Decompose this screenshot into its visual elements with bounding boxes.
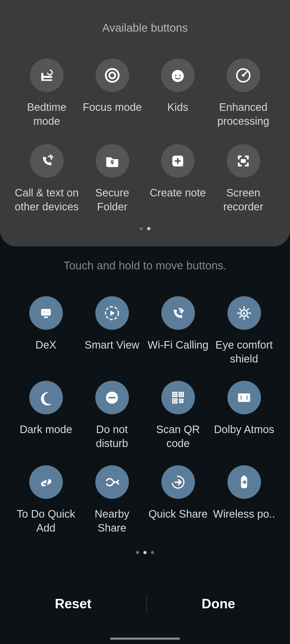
- hint-text: Touch and hold to move buttons.: [0, 259, 290, 272]
- smart-view-icon: [95, 296, 129, 330]
- dolby-icon: [227, 381, 261, 414]
- focus-icon: [96, 58, 129, 92]
- nav-handle[interactable]: [110, 638, 180, 640]
- tile-label: Screen recorder: [211, 186, 276, 214]
- svg-rect-2: [41, 79, 52, 80]
- tile-label: Quick Share: [148, 507, 208, 521]
- available-title: Available buttons: [9, 21, 281, 34]
- call-sync-icon: [30, 144, 64, 178]
- tile-label: Call & text on other devices: [15, 186, 79, 214]
- nearby-share-icon: [95, 465, 129, 499]
- svg-rect-43: [182, 401, 183, 403]
- svg-rect-41: [182, 399, 183, 401]
- svg-rect-44: [238, 393, 250, 402]
- svg-rect-38: [180, 393, 182, 395]
- tile-label: Smart View: [85, 338, 139, 352]
- tile-label: Scan QR code: [146, 422, 210, 450]
- eye-comfort-icon: A: [227, 296, 261, 330]
- svg-rect-33: [108, 397, 115, 398]
- tile-label: Wi-Fi Calling: [148, 338, 209, 352]
- tile-label: Focus mode: [83, 100, 142, 114]
- svg-point-4: [109, 72, 115, 78]
- tile-create-note[interactable]: Create note: [145, 144, 211, 214]
- tile-enhanced-processing[interactable]: Enhanced processing: [211, 58, 276, 128]
- svg-marker-21: [111, 311, 115, 316]
- tile-focus-mode[interactable]: Focus mode: [79, 58, 145, 128]
- svg-text:A: A: [243, 311, 245, 315]
- tile-call-text-other-devices[interactable]: Call & text on other devices: [14, 144, 79, 214]
- tile-dark-mode[interactable]: Dark mode: [13, 381, 79, 450]
- available-buttons-panel: Available buttons Bedtime mode Focus mod…: [0, 0, 290, 246]
- screen-recorder-icon: [227, 144, 260, 178]
- svg-rect-18: [44, 317, 48, 318]
- svg-rect-42: [179, 401, 181, 403]
- tile-screen-recorder[interactable]: Screen recorder: [211, 144, 276, 214]
- tile-wifi-calling[interactable]: Wi-Fi Calling: [145, 296, 211, 366]
- svg-line-29: [247, 316, 248, 317]
- dnd-icon: [95, 381, 129, 414]
- available-page-dots: [9, 227, 281, 230]
- tile-kids[interactable]: Kids: [145, 58, 211, 128]
- main-grid: DeX DeX Smart View Wi-Fi Calling A Eye c…: [0, 296, 290, 535]
- svg-line-30: [247, 309, 248, 310]
- divider: [146, 596, 147, 612]
- gauge-icon: [227, 58, 260, 92]
- svg-rect-40: [179, 399, 181, 401]
- tile-label: Nearby Share: [80, 507, 144, 535]
- page-dot-active[interactable]: [147, 227, 150, 230]
- kids-icon: [161, 58, 195, 92]
- done-button[interactable]: Done: [202, 596, 235, 612]
- wifi-calling-icon: [161, 296, 195, 330]
- tile-label: Dolby Atmos: [214, 422, 274, 436]
- page-dot[interactable]: [136, 551, 139, 554]
- main-page-dots: [0, 551, 290, 554]
- tile-label: Bedtime mode: [15, 100, 79, 128]
- tile-label: Dark mode: [20, 422, 72, 436]
- svg-point-3: [106, 69, 119, 82]
- secure-folder-icon: [96, 144, 129, 178]
- svg-rect-39: [174, 400, 176, 402]
- tile-label: Eye comfort shield: [212, 338, 276, 366]
- page-dot[interactable]: [140, 227, 143, 230]
- dex-icon: DeX: [29, 296, 63, 330]
- tile-label: Enhanced processing: [211, 100, 276, 128]
- svg-line-28: [240, 309, 241, 310]
- dark-mode-icon: [29, 381, 63, 414]
- tile-dex[interactable]: DeX DeX: [13, 296, 79, 366]
- svg-point-10: [242, 74, 245, 76]
- wireless-power-icon: [227, 465, 261, 499]
- tile-label: To Do Quick Add: [14, 507, 78, 535]
- tile-label: Do not disturb: [80, 422, 144, 450]
- tile-secure-folder[interactable]: Secure Folder: [79, 144, 145, 214]
- tile-wireless-power-share[interactable]: Wireless po..: [211, 465, 277, 535]
- bedtime-icon: [30, 58, 64, 92]
- svg-rect-1: [41, 73, 43, 80]
- svg-point-7: [179, 74, 181, 76]
- tile-nearby-share[interactable]: Nearby Share: [79, 465, 145, 535]
- quick-share-icon: [161, 465, 195, 499]
- qr-icon: [161, 381, 195, 414]
- page-dot[interactable]: [151, 551, 154, 554]
- tile-label: Wireless po..: [213, 507, 275, 521]
- tile-eye-comfort-shield[interactable]: A Eye comfort shield: [211, 296, 277, 366]
- tile-dolby-atmos[interactable]: Dolby Atmos: [211, 381, 277, 450]
- tile-label: Kids: [167, 100, 188, 114]
- tile-todo-quick-add[interactable]: To Do Quick Add: [13, 465, 79, 535]
- page-dot-active[interactable]: [143, 551, 147, 554]
- reset-button[interactable]: Reset: [55, 596, 91, 612]
- tile-smart-view[interactable]: Smart View: [79, 296, 145, 366]
- svg-text:DeX: DeX: [42, 310, 49, 314]
- svg-rect-49: [243, 475, 246, 477]
- tile-quick-share[interactable]: Quick Share: [145, 465, 211, 535]
- tile-do-not-disturb[interactable]: Do not disturb: [79, 381, 145, 450]
- tile-scan-qr-code[interactable]: Scan QR code: [145, 381, 211, 450]
- tile-label: Secure Folder: [80, 186, 144, 214]
- svg-line-31: [240, 316, 241, 317]
- tile-label: DeX: [35, 338, 56, 352]
- create-note-icon: [161, 144, 195, 178]
- available-grid: Bedtime mode Focus mode Kids Enhanced pr…: [9, 58, 281, 214]
- tile-bedtime-mode[interactable]: Bedtime mode: [14, 58, 79, 128]
- tile-label: Create note: [150, 186, 206, 200]
- svg-rect-37: [174, 393, 176, 395]
- svg-rect-16: [241, 159, 246, 163]
